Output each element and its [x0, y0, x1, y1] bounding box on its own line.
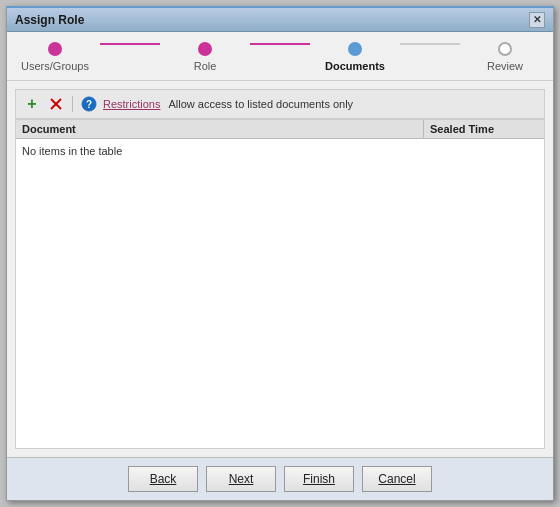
column-document: Document [16, 120, 424, 138]
finish-button[interactable]: Finish [284, 466, 354, 492]
step-label-documents: Documents [325, 60, 385, 72]
wizard-steps: Users/Groups Role Documents Review [7, 32, 553, 81]
footer: Back Next Finish Cancel [7, 457, 553, 500]
next-button[interactable]: Next [206, 466, 276, 492]
step-line-2 [250, 43, 310, 45]
step-line-3 [400, 43, 460, 45]
finish-label: Finish [303, 472, 335, 486]
step-role: Role [160, 42, 250, 72]
step-documents-container: Documents [310, 42, 460, 72]
step-circle-review [498, 42, 512, 56]
step-circle-users-groups [48, 42, 62, 56]
table-header: Document Sealed Time [16, 120, 544, 139]
step-label-role: Role [194, 60, 217, 72]
step-label-users-groups: Users/Groups [21, 60, 89, 72]
remove-icon [49, 97, 63, 111]
title-bar: Assign Role ✕ [7, 8, 553, 32]
cancel-label: Cancel [378, 472, 415, 486]
step-line-1 [100, 43, 160, 45]
toolbar: + ? Restrictions Allow access to listed … [15, 89, 545, 119]
restrictions-text: Allow access to listed documents only [168, 98, 353, 110]
step-label-review: Review [487, 60, 523, 72]
column-sealed-time: Sealed Time [424, 120, 544, 138]
step-documents: Documents [310, 42, 400, 72]
step-circle-role [198, 42, 212, 56]
step-review-container: Review [460, 42, 550, 72]
close-icon[interactable]: ✕ [529, 12, 545, 28]
next-label: Next [229, 472, 254, 486]
toolbar-separator [72, 96, 73, 112]
table-empty-message: No items in the table [16, 139, 544, 163]
svg-text:?: ? [86, 99, 92, 110]
assign-role-dialog: Assign Role ✕ Users/Groups Role Document… [6, 6, 554, 501]
main-content: + ? Restrictions Allow access to listed … [7, 81, 553, 457]
restrictions-label[interactable]: Restrictions [103, 98, 160, 110]
back-label: Back [150, 472, 177, 486]
step-review: Review [460, 42, 550, 72]
cancel-button[interactable]: Cancel [362, 466, 432, 492]
documents-table: Document Sealed Time No items in the tab… [15, 119, 545, 449]
remove-button[interactable] [46, 94, 66, 114]
dialog-title: Assign Role [15, 13, 84, 27]
step-users-groups: Users/Groups [10, 42, 100, 72]
step-users-groups-container: Users/Groups [10, 42, 160, 72]
step-role-container: Role [160, 42, 310, 72]
help-button[interactable]: ? [79, 94, 99, 114]
help-icon: ? [81, 96, 97, 112]
step-circle-documents [348, 42, 362, 56]
add-button[interactable]: + [22, 94, 42, 114]
back-button[interactable]: Back [128, 466, 198, 492]
